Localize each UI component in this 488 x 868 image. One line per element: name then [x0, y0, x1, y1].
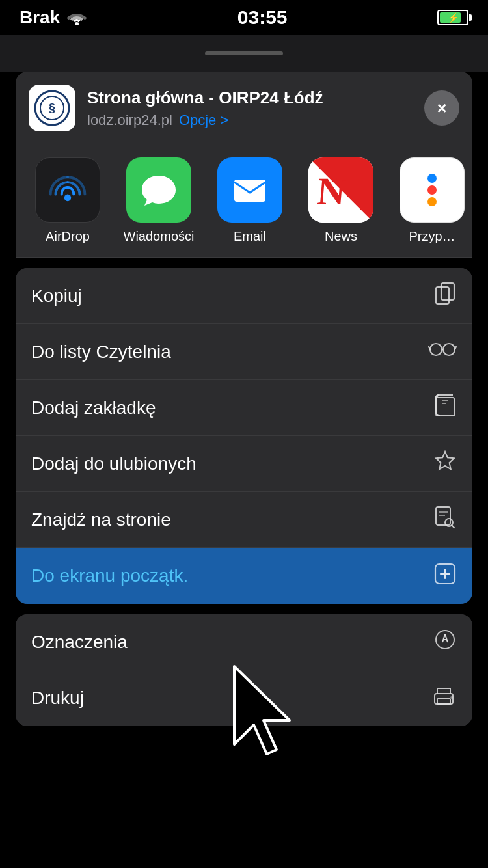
zakladka-label: Dodaj zakładkę [31, 398, 156, 418]
status-time: 03:55 [237, 7, 288, 29]
status-bar: Brak 03:55 ⚡ [0, 0, 488, 35]
drukuj-label: Drukuj [31, 688, 84, 709]
share-apps-container: AirDrop Wiadomości Email [16, 144, 472, 258]
menu-item-ekran[interactable]: Do ekranu początk. [16, 548, 472, 604]
svg-text:§: § [49, 102, 55, 115]
close-button[interactable]: × [424, 90, 459, 126]
battery-icon: ⚡ [437, 10, 468, 25]
znajdz-label: Znajdź na stronie [31, 509, 171, 530]
messages-label: Wiadomości [124, 229, 195, 244]
dot-red [427, 185, 437, 195]
share-app-email[interactable]: Email [204, 157, 295, 244]
airdrop-icon [46, 169, 89, 211]
menu-item-znajdz[interactable]: Znajdź na stronie [16, 492, 472, 548]
news-icon: N [308, 157, 373, 223]
site-title: Strona główna - OIRP24 Łódź [87, 87, 413, 109]
menu-item-zakladka[interactable]: Dodaj zakładkę [16, 380, 472, 436]
menu-item-drukuj[interactable]: Drukuj [16, 670, 472, 726]
site-logo-icon: § [34, 90, 70, 126]
site-url-row: lodz.oirp24.pl Opcje > [87, 112, 413, 129]
airdrop-label: AirDrop [46, 229, 90, 244]
email-label: Email [234, 229, 266, 244]
airdrop-icon-bg [35, 157, 100, 223]
markup-icon [433, 628, 457, 656]
status-right: ⚡ [437, 10, 468, 25]
menu-item-czytelnia[interactable]: Do listy Czytelnia [16, 324, 472, 380]
svg-point-4 [64, 195, 72, 202]
safari-strip [0, 35, 488, 72]
dot-blue [427, 174, 437, 183]
menu-item-kopiuj[interactable]: Kopiuj [16, 268, 472, 324]
svg-rect-5 [234, 180, 265, 202]
wifi-icon [66, 10, 87, 25]
oznaczenia-label: Oznaczenia [31, 632, 128, 653]
menu-list-2: Oznaczenia Drukuj [16, 614, 472, 726]
news-label: News [325, 229, 357, 244]
share-app-messages[interactable]: Wiadomości [113, 157, 204, 244]
svg-text:N: N [316, 169, 347, 213]
mail-icon-bg [217, 157, 282, 223]
mail-icon [229, 169, 271, 211]
menu-item-oznaczenia[interactable]: Oznaczenia [16, 614, 472, 670]
star-icon [433, 450, 457, 478]
svg-rect-9 [441, 283, 454, 300]
przypom-label: Przyp… [409, 229, 455, 244]
menu-list-1: Kopiuj Do listy Czytelnia Dodaj zakładkę [16, 268, 472, 604]
battery-lightning-icon: ⚡ [448, 12, 459, 23]
share-header: § Strona główna - OIRP24 Łódź lodz.oirp2… [16, 72, 472, 144]
svg-rect-10 [436, 287, 449, 304]
svg-rect-13 [436, 507, 450, 525]
svg-point-11 [430, 344, 442, 355]
messages-icon-bg [126, 157, 191, 223]
ulubione-label: Dodaj do ulubionych [31, 454, 197, 474]
share-app-airdrop[interactable]: AirDrop [22, 157, 113, 244]
przypom-dots [427, 174, 437, 206]
printer-icon [431, 685, 457, 712]
news-icon-bg: N [308, 157, 373, 223]
plus-square-icon [433, 562, 457, 590]
glasses-icon [428, 340, 457, 363]
dot-orange [427, 197, 437, 206]
copy-icon [433, 282, 457, 310]
czytelnia-label: Do listy Czytelnia [31, 342, 171, 362]
ekran-label: Do ekranu początk. [31, 565, 188, 586]
share-app-news[interactable]: N News [295, 157, 386, 244]
messages-icon [138, 169, 180, 211]
site-icon: § [29, 85, 75, 131]
svg-point-19 [450, 696, 453, 699]
safari-handle [205, 51, 283, 55]
site-url: lodz.oirp24.pl [87, 112, 172, 129]
carrier-label: Brak [20, 7, 60, 28]
book-icon [433, 394, 457, 422]
site-info: Strona główna - OIRP24 Łódź lodz.oirp24.… [87, 87, 413, 129]
svg-point-0 [75, 22, 79, 25]
status-left: Brak [20, 7, 87, 28]
share-apps-scroll: AirDrop Wiadomości Email [16, 144, 472, 257]
svg-rect-18 [437, 699, 450, 704]
site-options-link[interactable]: Opcje > [179, 112, 228, 129]
svg-point-12 [443, 344, 455, 355]
search-doc-icon [433, 506, 457, 534]
share-app-przypom[interactable]: Przyp… [386, 157, 472, 244]
menu-item-ulubione[interactable]: Dodaj do ulubionych [16, 436, 472, 492]
przypom-icon-bg [400, 157, 465, 223]
kopiuj-label: Kopiuj [31, 286, 82, 306]
